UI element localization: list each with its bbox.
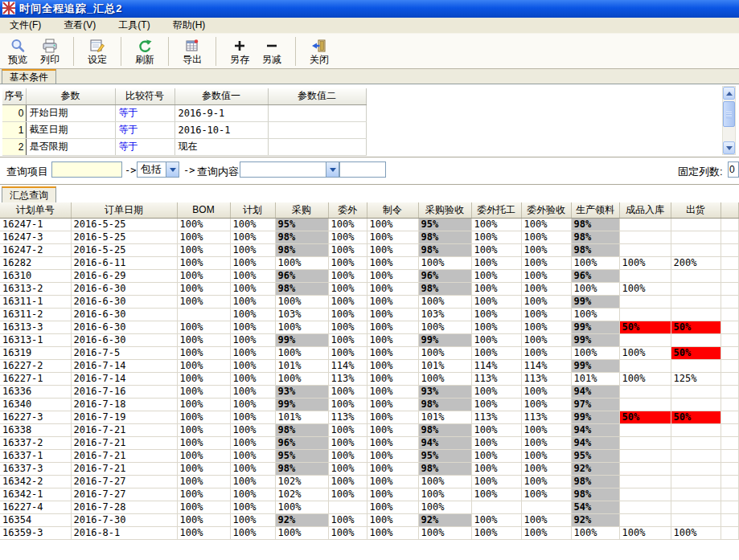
condition-operator[interactable]: 等于 xyxy=(115,138,174,155)
grid-cell[interactable]: 99% xyxy=(571,321,619,333)
grid-cell[interactable]: 100% xyxy=(275,321,328,333)
grid-cell[interactable]: 100% xyxy=(521,436,571,449)
grid-cell[interactable] xyxy=(671,475,721,488)
grid-cell[interactable]: 100% xyxy=(471,513,521,526)
grid-cell[interactable]: 2016-7-5 xyxy=(71,346,177,359)
grid-cell[interactable]: 100% xyxy=(328,218,367,231)
grid-cell[interactable]: 100% xyxy=(177,282,230,295)
grid-cell[interactable] xyxy=(671,488,721,501)
grid-cell[interactable]: 100% xyxy=(230,218,275,231)
grid-cell[interactable]: 114% xyxy=(471,359,521,372)
grid-cell[interactable]: 92% xyxy=(571,462,619,475)
grid-cell[interactable]: 100% xyxy=(328,526,367,539)
menu-item[interactable]: 文件(F) xyxy=(5,18,46,33)
grid-cell[interactable]: 100% xyxy=(328,488,367,501)
grid-cell[interactable]: 100% xyxy=(367,462,418,475)
grid-cell[interactable]: 16338 xyxy=(0,423,71,436)
scroll-up-button[interactable] xyxy=(723,87,735,100)
fixed-columns-input[interactable] xyxy=(728,161,739,178)
grid-cell[interactable]: 100% xyxy=(671,526,721,539)
grid-cell[interactable]: 100% xyxy=(367,218,418,231)
grid-cell[interactable]: 100% xyxy=(230,513,275,526)
grid-cell[interactable]: 100% xyxy=(275,501,328,513)
grid-cell[interactable]: 100% xyxy=(328,436,367,449)
table-row[interactable]: 16311-12016-6-30100%100%100%100%100%100%… xyxy=(0,295,739,308)
grid-cell[interactable]: 94% xyxy=(571,385,619,398)
grid-cell[interactable]: 100% xyxy=(328,513,367,526)
table-row[interactable]: 16337-32016-7-21100%100%98%100%100%98%10… xyxy=(0,462,739,475)
grid-cell[interactable]: 92% xyxy=(275,513,328,526)
grid-cell[interactable]: 100% xyxy=(230,333,275,346)
grid-cell[interactable] xyxy=(671,436,721,449)
grid-cell[interactable]: 100% xyxy=(619,282,671,295)
grid-cell[interactable]: 100% xyxy=(367,295,418,308)
table-row[interactable]: 163362016-7-16100%100%93%100%100%93%100%… xyxy=(0,385,739,398)
grid-cell[interactable]: 16313-3 xyxy=(0,321,71,333)
grid-cell[interactable]: 16247-1 xyxy=(0,218,71,231)
grid-cell[interactable]: 100% xyxy=(619,256,671,269)
grid-cell[interactable] xyxy=(619,333,671,346)
grid-cell[interactable]: 100% xyxy=(177,295,230,308)
grid-cell[interactable]: 100% xyxy=(471,475,521,488)
grid-cell[interactable]: 99% xyxy=(571,359,619,372)
grid-cell[interactable]: 100% xyxy=(521,423,571,436)
grid-cell[interactable]: 100% xyxy=(230,501,275,513)
grid-cell[interactable]: 114% xyxy=(521,359,571,372)
grid-cell[interactable]: 16340 xyxy=(0,398,71,411)
grid-cell[interactable]: 2016-6-30 xyxy=(71,308,177,321)
grid-cell[interactable]: 100% xyxy=(177,385,230,398)
grid-cell[interactable]: 100% xyxy=(177,501,230,513)
grid-cell[interactable]: 100% xyxy=(177,475,230,488)
grid-cell[interactable]: 100% xyxy=(177,231,230,243)
grid-cell[interactable]: 100% xyxy=(328,256,367,269)
grid-cell[interactable]: 92% xyxy=(418,513,471,526)
grid-cell[interactable]: 2016-8-1 xyxy=(71,526,177,539)
grid-cell[interactable] xyxy=(619,423,671,436)
grid-cell[interactable]: 100% xyxy=(177,449,230,462)
grid-cell[interactable]: 16342-2 xyxy=(0,475,71,488)
grid-cell[interactable] xyxy=(619,231,671,243)
grid-cell[interactable] xyxy=(671,359,721,372)
grid-cell[interactable]: 92% xyxy=(571,513,619,526)
grid-cell[interactable]: 99% xyxy=(275,398,328,411)
condition-value2[interactable] xyxy=(268,121,366,138)
grid-cell[interactable]: 100% xyxy=(328,321,367,333)
grid-cell[interactable]: 2016-6-30 xyxy=(71,295,177,308)
grid-cell[interactable]: 2016-5-25 xyxy=(71,218,177,231)
grid-cell[interactable] xyxy=(671,385,721,398)
grid-cell[interactable]: 101% xyxy=(275,359,328,372)
condition-value1[interactable]: 2016-9-1 xyxy=(174,104,268,121)
grid-cell[interactable]: 16354 xyxy=(0,513,71,526)
grid-cell[interactable]: 2016-7-21 xyxy=(71,423,177,436)
grid-cell[interactable]: 100% xyxy=(471,423,521,436)
grid-cell[interactable]: 16310 xyxy=(0,269,71,282)
grid-cell[interactable]: 100% xyxy=(328,282,367,295)
grid-cell[interactable]: 100% xyxy=(521,526,571,539)
grid-cell[interactable]: 16337-1 xyxy=(0,449,71,462)
table-row[interactable]: 16342-12016-7-27100%100%102%100%100%100%… xyxy=(0,488,739,501)
grid-cell[interactable]: 95% xyxy=(571,449,619,462)
grid-cell[interactable]: 100% xyxy=(328,295,367,308)
grid-cell[interactable] xyxy=(619,436,671,449)
grid-cell[interactable]: 100% xyxy=(367,475,418,488)
grid-cell[interactable]: 2016-7-14 xyxy=(71,372,177,385)
grid-cell[interactable]: 100% xyxy=(521,256,571,269)
grid-cell[interactable]: 93% xyxy=(418,385,471,398)
menu-item[interactable]: 工具(T) xyxy=(113,18,154,33)
grid-cell[interactable]: 100% xyxy=(471,398,521,411)
toolbar-button-plus[interactable]: 另存 xyxy=(224,35,256,67)
grid-cell[interactable] xyxy=(671,269,721,282)
grid-cell[interactable]: 100% xyxy=(230,321,275,333)
grid-cell[interactable]: 100% xyxy=(230,436,275,449)
grid-cell[interactable]: 100% xyxy=(471,449,521,462)
grid-cell[interactable]: 100% xyxy=(521,488,571,501)
grid-cell[interactable]: 94% xyxy=(418,436,471,449)
grid-cell[interactable]: 98% xyxy=(275,423,328,436)
grid-cell[interactable]: 101% xyxy=(418,359,471,372)
grid-cell[interactable]: 100% xyxy=(471,462,521,475)
match-mode-select[interactable]: 包括 xyxy=(137,161,179,178)
grid-cell[interactable]: 100% xyxy=(471,526,521,539)
tab-summary-query[interactable]: 汇总查询 xyxy=(2,186,56,202)
grid-cell[interactable]: 94% xyxy=(571,436,619,449)
grid-cell[interactable]: 100% xyxy=(230,256,275,269)
